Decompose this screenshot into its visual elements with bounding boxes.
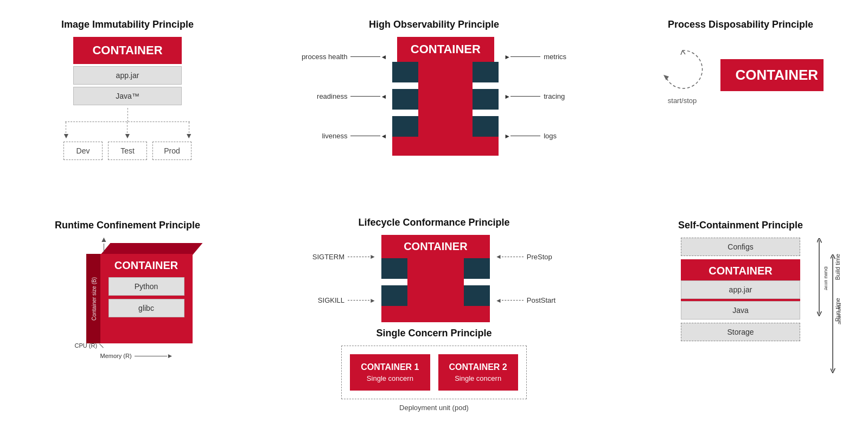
obs-right-label-1: tracing [544,92,565,100]
center-bottom-panel: Lifecycle Conformance Principle SIGTERM … [244,212,624,417]
svg-marker-0 [663,75,669,80]
obs-left-label-1: readiness [317,92,347,100]
sc-container-block: CONTAINER app.jar Java [681,259,800,320]
conf-item-glibc: glibc [108,299,184,317]
sc-pod-label: Deployment unit (pod) [399,404,469,412]
conf-z-axis: CPU (R) [75,342,106,349]
lifecycle-conformance-panel: Lifecycle Conformance Principle SIGTERM … [312,217,556,322]
obs-dark-block-tl [392,62,418,82]
runtime-confinement-panel: Runtime Confinement Principle Container … [11,212,244,417]
single-concern-title: Single Concern Principle [376,328,492,339]
sc-container-2-label: CONTAINER 2 [449,362,507,372]
lc-container-label: CONTAINER [381,235,490,258]
runtime-confinement-title: Runtime Confinement Principle [55,220,200,231]
self-containment-panel: Self-Containment Principle Configs CONTA… [624,212,857,417]
cube-side-face: Container size (B) [86,254,101,343]
obs-container-label: CONTAINER [397,37,494,62]
conf-container-label: CONTAINER [114,254,178,275]
lc-dark-bl [381,285,407,306]
obs-dark-block-lr [473,116,499,137]
image-immutability-panel: Image Immutability Principle CONTAINER a… [11,11,244,212]
process-disposability-panel: Process Disposability Principle start/st… [624,11,857,212]
image-immutability-title: Image Immutability Principle [61,19,194,30]
high-observability-title: High Observability Principle [369,19,499,30]
disp-diagram: start/stop CONTAINER [658,45,824,105]
imm-item-java: Java™ [73,87,182,105]
cube-top-face [100,243,202,255]
runtime-confinement-diagram: Container size (B) CONTAINER Python glib… [78,243,194,357]
cube-front-face: CONTAINER Python glibc [100,254,193,343]
lc-diagram: SIGTERM ► SIGKILL ► [312,235,556,322]
lc-dark-tr [464,258,490,279]
obs-dark-block-tr [473,62,499,82]
imm-env-prod: Prod [152,142,192,160]
lc-left-label-1: SIGKILL [318,296,344,304]
lc-bottom [381,306,490,322]
imm-env-dev: Dev [63,142,103,160]
sc-configs: Configs [681,238,800,256]
disp-container-label: CONTAINER [720,59,824,91]
imm-item-appjar: app.jar [73,66,182,85]
sc-container-1-label: CONTAINER 1 [361,362,419,372]
obs-dark-block-ll [392,116,418,137]
obs-center: CONTAINER [392,37,499,156]
conf-x-axis: Memory (R) ► [100,352,174,360]
lc-center-fill [407,258,464,306]
lc-right-label-1: PostStart [527,296,556,304]
obs-container-bottom [392,137,499,156]
sc-stack: Configs CONTAINER app.jar Java Storage [681,238,800,341]
obs-right-label-2: logs [544,132,557,140]
obs-center-fill [418,62,473,137]
sc-container-1-sub: Single concern [361,374,419,382]
lc-dark-br [464,285,490,306]
self-containment-title: Self-Containment Principle [678,220,803,231]
lc-center: CONTAINER [381,235,490,322]
sc-container-2-sub: Single concern [449,374,507,382]
lifecycle-conformance-title: Lifecycle Conformance Principle [358,217,509,228]
sc-container-1: CONTAINER 1 Single concern [350,354,430,391]
disp-circular-arrow [658,45,707,94]
obs-dark-block-br [473,89,499,110]
sc-container-label: CONTAINER [709,265,772,280]
conf-y-axis-arrow: ▲ [100,235,108,252]
obs-right-label-0: metrics [544,53,566,61]
imm-env-test: Test [108,142,147,160]
image-immutability-diagram: CONTAINER app.jar Java™ ▼ ▼ [57,37,198,160]
single-concern-panel: Single Concern Principle CONTAINER 1 Sin… [341,328,527,412]
obs-left-label-2: liveness [322,132,347,140]
lc-right-label-0: PreStop [527,253,552,261]
conf-item-python: Python [108,277,184,296]
obs-dark-block-bl [392,89,418,110]
sc-container-2: CONTAINER 2 Single concern [438,354,518,391]
imm-tree: ▼ ▼ ▼ Dev Test Prod [57,108,198,160]
sc-pod: CONTAINER 1 Single concern CONTAINER 2 S… [341,346,527,399]
disp-cycle-label: start/stop [668,97,697,105]
sc-item-java: Java [681,301,800,320]
cube-side-label: Container size (B) [91,277,97,320]
lc-dark-tl [381,258,407,279]
sc-item-appjar: app.jar [681,280,800,299]
high-observability-panel: High Observability Principle process hea… [244,11,624,212]
svg-text:Run time: Run time [837,303,841,324]
self-containment-diagram: Configs CONTAINER app.jar Java Storage B… [681,238,800,341]
sc-storage: Storage [681,323,800,341]
process-disposability-title: Process Disposability Principle [668,19,813,30]
obs-diagram: process health ◄ readiness ◄ liveness [302,37,566,156]
imm-container-box: CONTAINER [73,37,182,64]
obs-left-label-0: process health [302,53,348,61]
lc-left-label-0: SIGTERM [312,253,344,261]
